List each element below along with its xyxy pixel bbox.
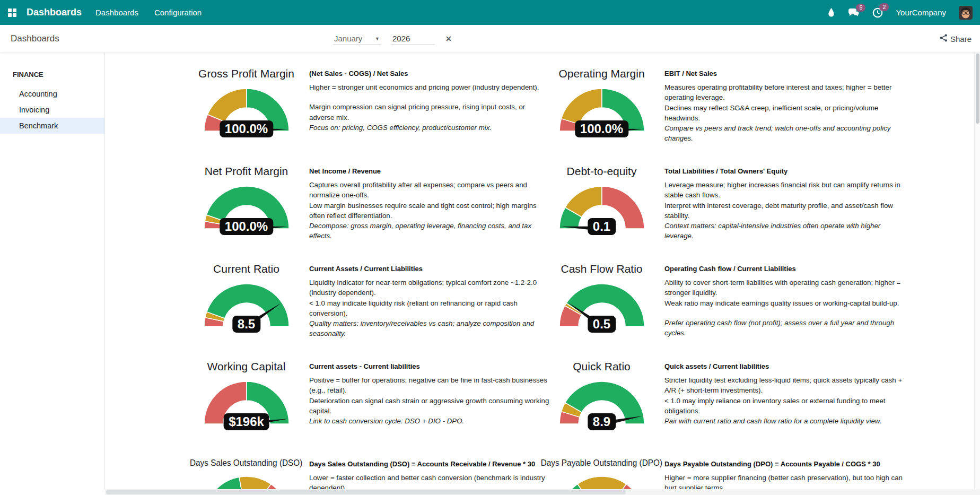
apps-menu-icon[interactable]	[7, 8, 17, 18]
horizontal-scrollbar[interactable]	[105, 489, 980, 495]
kpi-title: Debt-to-equity	[567, 165, 637, 178]
gauge-value: 100.0%	[220, 120, 273, 137]
kpi-description-line: Ability to cover short-term liabilities …	[664, 277, 906, 298]
kpi-formula: Operating Cash flow / Current Liabilitie…	[664, 265, 906, 273]
kpi-card: Quick Ratio 8.9 Quick assets / Current l…	[530, 360, 906, 458]
kpi-card: Days Sales Outstanding (DSO) Days Sales …	[175, 458, 550, 489]
kpi-description-line: Low margin businesses require scale and …	[309, 201, 550, 221]
sidebar-item-invoicing[interactable]: Invoicing	[0, 102, 104, 118]
gauge-value: $196k	[223, 413, 269, 430]
sidebar-item-benchmark[interactable]: Benchmark	[0, 118, 104, 134]
kpi-title: Cash Flow Ratio	[561, 263, 642, 275]
gauge-chart: 0.5	[558, 281, 645, 334]
kpi-description-line: Weak ratio may indicate earnings quality…	[664, 298, 906, 308]
sidebar-section-finance: FINANCE	[0, 71, 104, 86]
gauge-chart: 100.0%	[203, 183, 290, 236]
share-button[interactable]: Share	[940, 34, 972, 44]
kpi-description-line: < 1.0 may indicate liquidity risk (relia…	[309, 298, 550, 319]
kpi-description-line: Measures operating profitability before …	[664, 82, 906, 103]
kpi-formula: EBIT / Net Sales	[664, 70, 906, 77]
kpi-description-line: Prefer operating cash flow (not profit);…	[664, 318, 906, 338]
chevron-down-icon: ▼	[375, 36, 380, 41]
clear-filter-icon[interactable]: ✕	[445, 34, 452, 43]
horizontal-scrollbar-thumb[interactable]	[106, 490, 626, 494]
main-menu: Dashboards Configuration	[95, 8, 202, 17]
kpi-title: Net Profit Margin	[205, 165, 288, 178]
kpi-description-line: Compare vs peers and track trend; watch …	[664, 123, 906, 144]
gauge-segment-gold	[561, 89, 602, 124]
company-name[interactable]: YourCompany	[896, 8, 946, 17]
kpi-description: (Net Sales - COGS) / Net Sales Higher = …	[309, 67, 550, 165]
kpi-description-line: Positive = buffer for operations; negati…	[309, 375, 550, 396]
kpi-title: Operating Margin	[558, 67, 644, 80]
kpi-description: Days Sales Outstanding (DSO) = Accounts …	[309, 458, 550, 489]
kpi-description-line: Margin compression can signal pricing pr…	[309, 102, 550, 123]
user-avatar[interactable]	[959, 6, 973, 20]
kpi-description: Total Liabilities / Total Owners' Equity…	[664, 165, 906, 263]
sidebar-item-accounting[interactable]: Accounting	[0, 86, 104, 102]
gauge-value: 0.5	[588, 316, 616, 333]
gauge-chart: 8.5	[203, 281, 290, 334]
kpi-title: Current Ratio	[213, 263, 279, 275]
kpi-description-line: Interpret with interest coverage, debt m…	[664, 201, 906, 221]
water-drop-icon[interactable]	[827, 7, 835, 18]
kpi-formula: (Net Sales - COGS) / Net Sales	[309, 70, 550, 77]
kpi-description-line: Captures overall profitability after all…	[309, 180, 550, 201]
gauge-value: 8.9	[588, 413, 616, 430]
gauge-value: 8.5	[232, 316, 260, 333]
gauge-chart: 100.0%	[203, 85, 290, 138]
kpi-description-line: Higher = stronger unit economics and pri…	[309, 82, 550, 92]
kpi-description-line: Focus on: pricing, COGS efficiency, prod…	[309, 123, 550, 133]
kpi-card: Working Capital $196k Current assets - C…	[175, 360, 550, 458]
gauge-segment-gold	[207, 89, 247, 122]
kpi-formula: Quick assets / Current liabilities	[664, 362, 906, 370]
month-select[interactable]: January ▼	[333, 32, 381, 45]
kpi-description-line: Link to cash conversion cycle: DSO + DIO…	[309, 416, 550, 426]
kpi-formula: Current assets - Current liabilities	[309, 362, 550, 370]
kpi-description: Current assets - Current liabilities Pos…	[309, 360, 550, 458]
share-label: Share	[950, 34, 972, 44]
kpi-formula: Current Assets / Current Liabilities	[309, 265, 550, 273]
kpi-description-line: Leverage measure; higher increases finan…	[664, 180, 906, 201]
gauge-chart: $196k	[203, 378, 290, 431]
kpi-card: Gross Profit Margin 100.0% (Net Sales - …	[175, 67, 550, 165]
menu-dashboards[interactable]: Dashboards	[95, 8, 138, 17]
kpi-description-line: Pair with current ratio and cash flow ra…	[664, 416, 906, 426]
kpi-description: Current Assets / Current Liabilities Liq…	[309, 263, 550, 360]
gauge-chart: 8.9	[558, 378, 645, 431]
gauge-segment-gold	[578, 476, 626, 489]
kpi-formula: Total Liabilities / Total Owners' Equity	[664, 167, 906, 175]
kpi-title: Quick Ratio	[573, 360, 631, 373]
kpi-description-line: Lower = faster collection and better cas…	[309, 473, 550, 489]
activities-badge: 2	[879, 3, 889, 11]
messages-icon[interactable]: 5	[848, 8, 860, 18]
kpi-card: Days Payable Outstanding (DPO) Days Paya…	[530, 458, 906, 489]
vertical-scrollbar[interactable]	[974, 53, 980, 489]
breadcrumb[interactable]: Dashboards	[11, 33, 59, 44]
gauge-chart: 100.0%	[558, 85, 645, 138]
gauge-value: 100.0%	[220, 218, 273, 235]
kpi-formula: Days Payable Outstanding (DPO) = Account…	[664, 460, 906, 468]
kpi-formula: Net Income / Revenue	[309, 167, 550, 175]
kpi-description: Days Payable Outstanding (DPO) = Account…	[664, 458, 906, 489]
kpi-description-line: Stricter liquidity test excluding less-l…	[664, 375, 906, 396]
app-name[interactable]: Dashboards	[27, 7, 82, 18]
menu-configuration[interactable]: Configuration	[154, 8, 202, 17]
gauge-chart	[203, 473, 290, 489]
month-select-value: January	[334, 34, 362, 43]
activities-clock-icon[interactable]: 2	[872, 7, 883, 18]
gauge-segment-gold	[239, 476, 271, 489]
kpi-description: Operating Cash flow / Current Liabilitie…	[664, 263, 906, 360]
year-input[interactable]	[391, 32, 435, 45]
gauge-chart	[558, 473, 645, 489]
share-icon	[940, 34, 948, 44]
kpi-title: Days Payable Outstanding (DPO)	[541, 458, 662, 468]
kpi-description-line: < 1.0 may imply reliance on inventory sa…	[664, 396, 906, 416]
kpi-card: Net Profit Margin 100.0% Net Income / Re…	[175, 165, 550, 263]
sidebar: FINANCE Accounting Invoicing Benchmark	[0, 53, 105, 489]
kpi-description: Quick assets / Current liabilities Stric…	[664, 360, 906, 458]
vertical-scrollbar-thumb[interactable]	[976, 54, 979, 124]
kpi-card: Cash Flow Ratio 0.5 Operating Cash flow …	[530, 263, 906, 360]
gauge-segment-green	[204, 477, 242, 489]
kpi-description-line: Liquidity indicator for near-term obliga…	[309, 277, 550, 298]
